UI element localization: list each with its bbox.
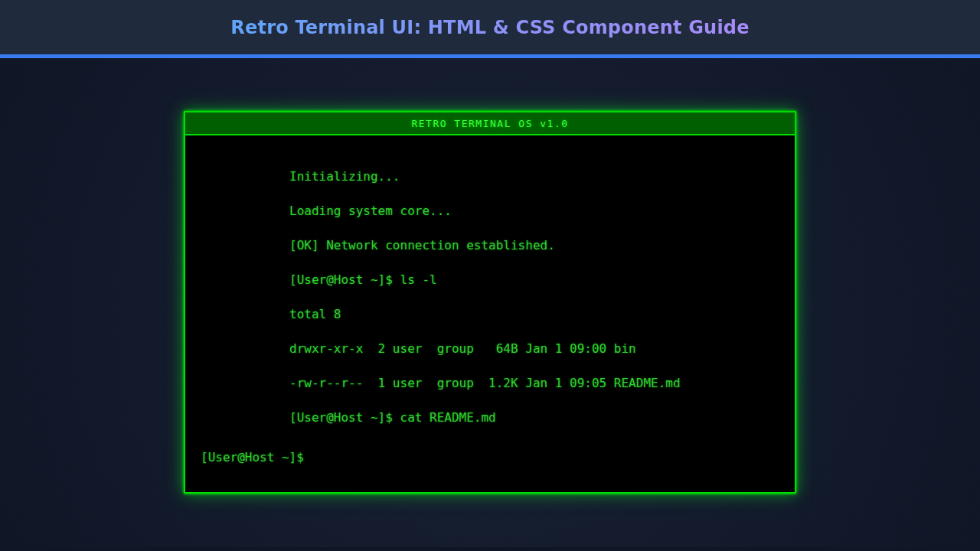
terminal-line: total 8 xyxy=(289,308,779,321)
terminal-title: RETRO TERMINAL OS v1.0 xyxy=(411,118,568,129)
terminal-line: -rw-r--r-- 1 user group 1.2K Jan 1 09:05… xyxy=(289,377,779,390)
page-root: Retro Terminal UI: HTML & CSS Component … xyxy=(0,0,980,547)
terminal-line: Initializing... xyxy=(289,171,779,183)
terminal-screen[interactable]: Initializing... Loading system core... [… xyxy=(185,135,795,492)
terminal-titlebar: RETRO TERMINAL OS v1.0 xyxy=(185,112,795,135)
page-title: Retro Terminal UI: HTML & CSS Component … xyxy=(230,17,749,38)
terminal-window: RETRO TERMINAL OS v1.0 Initializing... L… xyxy=(184,111,796,494)
terminal-prompt-line[interactable]: [User@Host ~]$ xyxy=(201,452,779,465)
terminal-line: [User@Host ~]$ ls -l xyxy=(289,274,779,286)
terminal-output: Initializing... Loading system core... [… xyxy=(289,154,779,446)
terminal-line: [OK] Network connection established. xyxy=(289,240,779,252)
terminal-line: Loading system core... xyxy=(289,205,779,217)
main-area: RETRO TERMINAL OS v1.0 Initializing... L… xyxy=(0,58,980,547)
page-header: Retro Terminal UI: HTML & CSS Component … xyxy=(0,0,980,58)
terminal-prompt: [User@Host ~]$ xyxy=(201,450,304,465)
terminal-line: drwxr-xr-x 2 user group 64B Jan 1 09:00 … xyxy=(289,343,779,355)
terminal-line: [User@Host ~]$ cat README.md xyxy=(289,412,779,424)
